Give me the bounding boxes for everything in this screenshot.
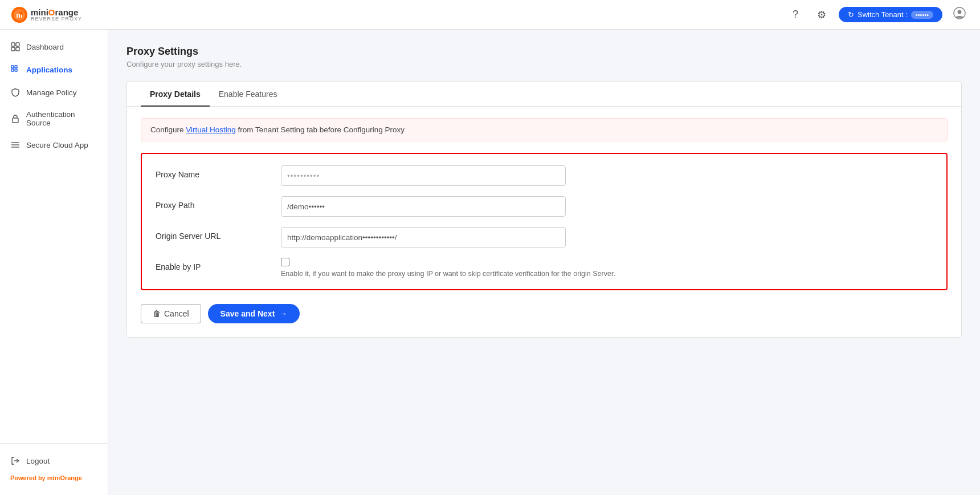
cancel-label: Cancel <box>164 309 189 318</box>
proxy-form-section: Proxy Name Proxy Path Origin Server URL <box>141 153 948 290</box>
svg-rect-5 <box>11 43 15 46</box>
sidebar-item-manage-policy[interactable]: Manage Policy <box>0 81 108 104</box>
tenant-name: •••••• <box>911 11 933 19</box>
sidebar-item-logout[interactable]: Logout <box>0 449 108 472</box>
sidebar-nav: Dashboard Applications <box>0 35 108 156</box>
page-subtitle: Configure your proxy settings here. <box>126 60 962 68</box>
layout: Dashboard Applications <box>0 30 980 495</box>
switch-tenant-label: Switch Tenant : <box>858 10 908 19</box>
header: m miniOrange REVERSE PROXY ? ⚙ ↻ Switch … <box>0 0 980 30</box>
origin-server-input[interactable] <box>281 227 566 248</box>
enable-ip-label: Enable by IP <box>156 258 281 271</box>
tab-enable-features[interactable]: Enable Features <box>210 82 287 107</box>
cancel-trash-icon: 🗑 <box>153 309 161 318</box>
switch-tenant-button[interactable]: ↻ Switch Tenant : •••••• <box>839 7 942 22</box>
enable-ip-checkbox-row <box>281 258 933 266</box>
logo-icon: m <box>11 7 27 23</box>
proxy-path-label: Proxy Path <box>156 196 281 210</box>
main-content: Proxy Settings Configure your proxy sett… <box>108 30 980 495</box>
svg-rect-8 <box>16 47 19 51</box>
secure-cloud-label: Secure Cloud App <box>26 141 88 149</box>
logo-area: m miniOrange REVERSE PROXY <box>11 7 82 23</box>
save-next-button[interactable]: Save and Next → <box>208 304 300 323</box>
cancel-button[interactable]: 🗑 Cancel <box>141 304 201 323</box>
svg-point-4 <box>958 10 962 14</box>
header-right: ? ⚙ ↻ Switch Tenant : •••••• <box>786 6 969 24</box>
tab-proxy-details[interactable]: Proxy Details <box>141 82 210 107</box>
svg-rect-9 <box>11 66 14 68</box>
manage-policy-label: Manage Policy <box>26 88 77 97</box>
settings-button[interactable]: ⚙ <box>812 6 831 24</box>
help-button[interactable]: ? <box>786 6 805 24</box>
powered-by: Powered by miniOrange <box>0 472 108 484</box>
proxy-settings-card: Proxy Details Enable Features Configure … <box>126 81 962 338</box>
profile-icon <box>953 7 966 22</box>
logout-label: Logout <box>26 457 50 465</box>
dashboard-label: Dashboard <box>26 43 64 51</box>
sidebar-item-auth-source[interactable]: Authentication Source <box>0 104 108 133</box>
enable-ip-row: Enable by IP Enable it, if you want to m… <box>156 258 933 278</box>
svg-rect-6 <box>16 43 19 46</box>
virtual-hosting-link[interactable]: Virtual Hosting <box>186 125 236 134</box>
proxy-name-label: Proxy Name <box>156 165 281 179</box>
alert-banner: Configure Virtual Hosting from Tenant Se… <box>141 118 948 141</box>
origin-server-label: Origin Server URL <box>156 227 281 241</box>
logout-icon <box>10 456 21 466</box>
dashboard-icon <box>10 42 21 52</box>
alert-suffix: from Tenant Setting tab before Configuri… <box>236 125 405 134</box>
sidebar-item-dashboard[interactable]: Dashboard <box>0 35 108 58</box>
svg-rect-13 <box>13 118 18 123</box>
applications-label: Applications <box>26 66 72 74</box>
svg-point-2 <box>19 11 23 15</box>
enable-ip-checkbox[interactable] <box>281 258 289 266</box>
proxy-name-input[interactable] <box>281 165 566 186</box>
tabs-bar: Proxy Details Enable Features <box>127 82 961 107</box>
proxy-name-row: Proxy Name <box>156 165 933 186</box>
enable-ip-help: Enable it, if you want to make the proxy… <box>281 270 680 278</box>
sidebar-item-applications[interactable]: Applications <box>0 58 108 81</box>
svg-rect-7 <box>11 47 15 51</box>
svg-rect-10 <box>15 66 17 68</box>
auth-source-icon <box>10 113 21 124</box>
manage-policy-icon <box>10 87 21 98</box>
secure-cloud-icon <box>10 140 21 150</box>
applications-icon <box>10 64 21 75</box>
sidebar-footer: Logout Powered by miniOrange <box>0 443 108 489</box>
sidebar-item-secure-cloud[interactable]: Secure Cloud App <box>0 133 108 156</box>
arrow-right-icon: → <box>279 309 287 318</box>
help-icon: ? <box>793 9 798 21</box>
svg-rect-12 <box>15 69 17 71</box>
sidebar: Dashboard Applications <box>0 30 108 495</box>
alert-prefix: Configure <box>150 125 186 134</box>
auth-source-label: Authentication Source <box>26 110 97 127</box>
proxy-path-row: Proxy Path <box>156 196 933 217</box>
buttons-row: 🗑 Cancel Save and Next → <box>141 304 948 323</box>
page-title: Proxy Settings <box>126 46 962 58</box>
profile-button[interactable] <box>950 6 969 24</box>
logo-subtitle: REVERSE PROXY <box>31 16 82 22</box>
proxy-path-input[interactable] <box>281 196 566 217</box>
origin-server-row: Origin Server URL <box>156 227 933 248</box>
settings-icon: ⚙ <box>817 9 826 21</box>
card-body: Configure Virtual Hosting from Tenant Se… <box>127 107 961 337</box>
refresh-icon: ↻ <box>848 10 854 19</box>
svg-rect-11 <box>11 69 14 71</box>
checkbox-area: Enable it, if you want to make the proxy… <box>281 258 933 278</box>
save-next-label: Save and Next <box>220 309 275 318</box>
